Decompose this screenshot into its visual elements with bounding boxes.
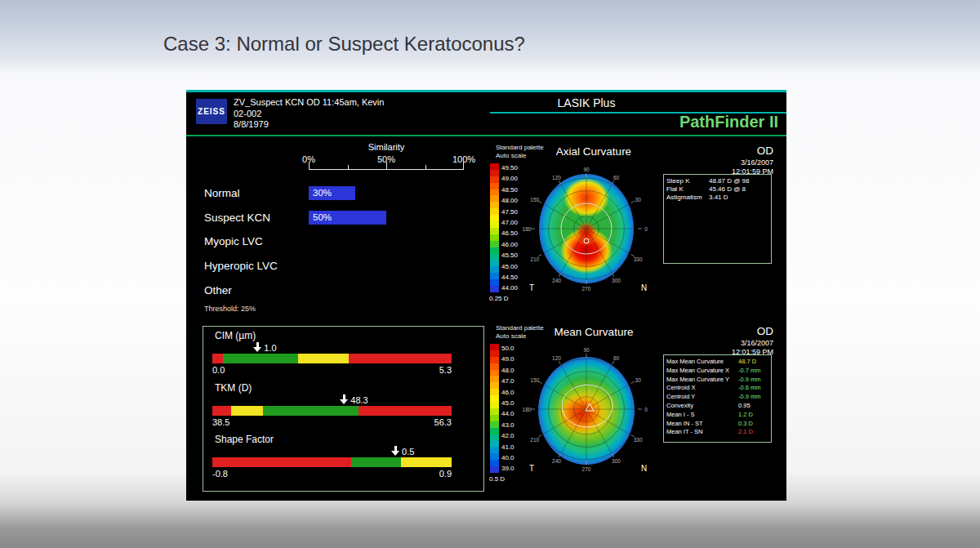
stat-value: 0.3 D — [738, 420, 769, 429]
angle-label: 300 — [612, 458, 621, 464]
indicator-bar — [212, 457, 452, 467]
similarity-bar: 50% — [309, 211, 386, 225]
mean-stats: Max Mean Curvature48.7 DMax Mean Curvatu… — [663, 354, 772, 443]
app-title: PathFinder II — [679, 113, 778, 131]
stat-label: Astigmatism — [666, 194, 709, 202]
marker-arrow-icon — [391, 446, 399, 456]
stat-value: -0.6 mm — [738, 384, 769, 393]
stat-label: Max Mean Curvature — [666, 358, 738, 367]
stat-label: Centroid X — [666, 384, 738, 393]
stat-row: Max Mean Curvature X-0.7 mm — [666, 367, 769, 376]
scale-tick-label: 44.0 — [501, 411, 514, 417]
similarity-row-label: Other — [204, 284, 309, 296]
stat-label: Convexity — [666, 402, 738, 411]
header-separator — [186, 135, 786, 136]
marker-arrow-icon — [253, 342, 261, 352]
indicator-min: 38.5 — [212, 417, 229, 427]
stat-value: -0.7 mm — [738, 367, 769, 376]
stat-value: 48.87 D @ 98 — [709, 177, 749, 185]
similarity-bar: 30% — [309, 186, 355, 200]
stat-value: 45.46 D @ 8 — [709, 185, 746, 194]
indicator-value: 48.3 — [350, 395, 368, 405]
indicator-name: Shape Factor — [215, 434, 483, 446]
indicator-name: TKM (D) — [215, 382, 483, 394]
indicator-marker-row: 1.0 — [212, 342, 452, 354]
angle-label: 150 — [530, 196, 539, 202]
scale-tick-label: 41.0 — [501, 444, 514, 451]
similarity-row-label: Myopic LVC — [204, 235, 309, 247]
stat-row: Convexity0.95 — [666, 402, 769, 411]
nasal-label: N — [641, 283, 647, 292]
stat-label: Mean IN - ST — [666, 420, 738, 429]
mean-map: T N 0306090120150180210240270300330 — [516, 339, 657, 479]
stat-row: Astigmatism3.41 D — [666, 194, 769, 202]
angle-label: 150 — [530, 376, 539, 382]
mean-eye-label: OD — [757, 325, 773, 337]
similarity-title: Similarity — [309, 142, 464, 152]
stat-value: 1.2 D — [738, 411, 769, 420]
indicator-bar — [212, 406, 452, 416]
axial-map: T N 0306090120150180210240270300330 — [516, 158, 657, 299]
angle-label: 330 — [634, 256, 643, 261]
stat-label: Steep K — [666, 177, 709, 185]
indicator-bar — [212, 354, 452, 363]
similarity-ruler — [309, 161, 464, 170]
scale-tick-label: 42.0 — [501, 433, 514, 439]
patient-name: ZV_Suspect KCN OD 11:45am, Kevin — [234, 97, 384, 109]
scale-tick-label: 39.0 — [501, 466, 514, 472]
angle-label: 0 — [644, 226, 648, 232]
stat-value: -0.9 mm — [738, 376, 769, 385]
angle-label: 180 — [523, 407, 532, 412]
mean-scale-strip — [490, 344, 499, 473]
indicator-marker-row: 48.3 — [212, 394, 452, 406]
angle-label: 90 — [583, 167, 589, 172]
mean-title: Mean Curvature — [512, 326, 675, 338]
indicator-range: -0.80.9 — [212, 469, 452, 479]
scale-tick-label: 40.0 — [501, 455, 514, 461]
scale-tick-label: 46.0 — [501, 390, 514, 396]
stat-row: Mean I - S1.2 D — [666, 411, 769, 420]
similarity-row-label: Hyperopic LVC — [204, 260, 309, 272]
stat-value: 3.41 D — [709, 194, 728, 202]
angle-label: 30 — [635, 196, 641, 202]
angle-label: 270 — [582, 466, 591, 472]
marker-arrow-icon — [340, 394, 348, 404]
scale-tick-label: 49.0 — [501, 356, 514, 363]
stat-row: Max Mean Curvature Y-0.9 mm — [666, 376, 769, 385]
slide-title: Case 3: Normal or Suspect Keratoconus? — [163, 33, 525, 56]
stat-row: Centroid X-0.6 mm — [666, 384, 769, 393]
indicator-min: -0.8 — [212, 469, 228, 479]
stat-label: Centroid Y — [666, 393, 738, 402]
scale-tick-label: 43.0 — [501, 422, 514, 429]
indicator-name: CIM (µm) — [215, 330, 483, 342]
stat-row: Centroid Y-0.9 mm — [666, 393, 769, 402]
indicator-max: 56.3 — [434, 417, 452, 427]
similarity-row-label: Normal — [204, 187, 309, 199]
temporal-label: T — [529, 464, 534, 473]
temporal-label: T — [529, 283, 534, 292]
nasal-label: N — [641, 464, 647, 473]
indicator-range: 0.05.3 — [212, 365, 452, 375]
zeiss-logo: ZEISS — [196, 99, 227, 124]
angle-label: 210 — [530, 256, 539, 261]
mean-topography-svg: T N — [516, 339, 657, 479]
indicator-value: 1.0 — [264, 343, 276, 353]
patient-dob: 8/8/1979 — [234, 119, 384, 131]
similarity-row-label: Suspect KCN — [204, 212, 309, 224]
indicator-value: 0.5 — [402, 447, 414, 457]
stat-label: Mean IT - SN — [666, 428, 738, 437]
patient-id: 02-002 — [234, 109, 384, 120]
similarity-bar-area — [309, 234, 472, 248]
stat-value: 0.95 — [738, 402, 769, 411]
angle-label: 180 — [523, 226, 532, 232]
indicator-max: 5.3 — [439, 365, 452, 375]
angle-label: 120 — [552, 354, 561, 360]
stat-label: Max Mean Curvature Y — [666, 376, 738, 385]
angle-label: 300 — [612, 278, 621, 283]
indicator-range: 38.556.3 — [212, 417, 452, 427]
center-name: LASIK Plus — [513, 96, 660, 109]
angle-label: 210 — [530, 436, 539, 442]
angle-label: 330 — [634, 436, 643, 442]
angle-label: 0 — [644, 407, 648, 412]
angle-label: 240 — [552, 458, 561, 464]
